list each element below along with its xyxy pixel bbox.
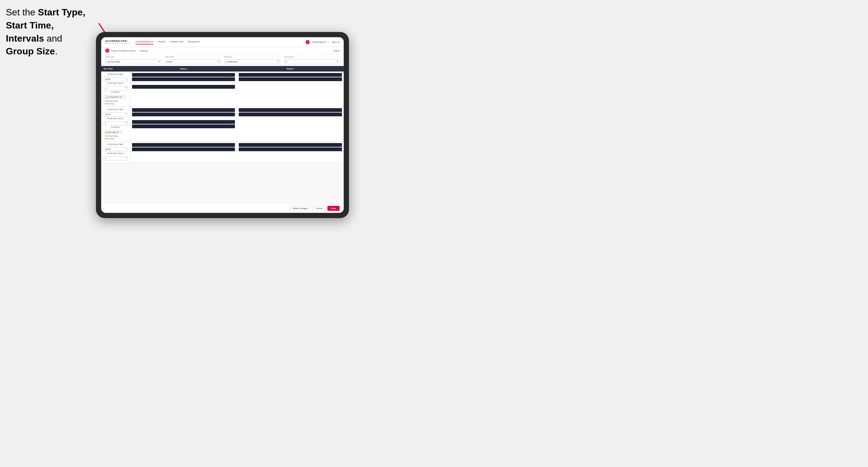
start-time-input-wrap: 🕐 (165, 58, 221, 64)
team1-course-slot-1: ✕ ○ (130, 84, 237, 95)
intervals-field: Intervals 10 Minutes (224, 56, 280, 64)
player-slot: ✕ ○ (239, 148, 342, 151)
team2-slots-3: ✕ ○ ✕ ○ (237, 142, 344, 153)
team2-course-slot-2 (237, 119, 344, 130)
start-type-label: Start Type (105, 56, 161, 58)
team1-slots-3: ✕ ○ ✕ ○ (130, 142, 237, 153)
slot-close-icon[interactable]: ✕ ○ (231, 144, 234, 146)
course-tag-1: ⛳ (A) Peachtree GC ✕ (103, 95, 126, 99)
starting-hole-select-2[interactable]: 1 (103, 121, 128, 126)
intervals-select[interactable]: 10 Minutes (224, 59, 280, 64)
slot-close-icon[interactable]: ✕ ○ (231, 121, 234, 123)
starting-hole-select-3[interactable]: 1 (103, 156, 128, 160)
breadcrumb-bar: C Clippd Invitational (Mar) › Hosting Ba… (101, 47, 344, 54)
slot-close-icon[interactable]: ✕ ○ (231, 114, 234, 116)
player-slot: ✕ ○ (239, 113, 342, 116)
col-team2: Team 2 (237, 66, 344, 71)
starting-time-input-1[interactable] (103, 77, 128, 82)
player-slot: ✕ ○ (132, 85, 235, 89)
nav-links: TOURNAMENTS TEAMS COMMITTEE RANKINGS (135, 39, 306, 44)
reset-changes-button[interactable]: Reset Changes (289, 206, 311, 211)
slot-close-icon[interactable]: ✕ ○ (231, 74, 234, 76)
starting-time-input-3[interactable] (103, 147, 128, 152)
slot-close-icon[interactable]: ✕ ○ (338, 78, 341, 80)
back-button[interactable]: Back (332, 50, 340, 52)
cancel-button[interactable]: Cancel (313, 206, 326, 211)
player-slot: ✕ ○ (132, 148, 235, 151)
slot-close-icon[interactable]: ✕ ○ (231, 125, 234, 127)
starting-time-input-wrap-1: ⏱ (103, 76, 128, 82)
breadcrumb: Clippd Invitational (Mar) › Hosting (111, 50, 148, 52)
clock-icon-1: ⏱ (125, 77, 127, 80)
breadcrumb-tournament[interactable]: Clippd Invitational (Mar) (111, 50, 135, 52)
clock-icon: 🕐 (217, 60, 220, 63)
nav-committee[interactable]: COMMITTEE (169, 39, 184, 44)
slot-close-icon[interactable]: ✕ ○ (231, 148, 234, 150)
action-links-2: ○ Remove Group (103, 135, 128, 137)
team1-slots-2: ✕ ○ ✕ ○ (130, 107, 237, 118)
team2-course-slot-1 (237, 84, 344, 95)
slot-close-icon[interactable]: ✕ ○ (338, 74, 341, 76)
player-slot: ✕ ○ (132, 113, 235, 116)
group-size-select-wrapper: 3 (284, 58, 340, 64)
start-time-input[interactable] (165, 59, 221, 64)
player-slot: ✕ ○ (239, 108, 342, 112)
course-remove-1[interactable]: ✕ (123, 96, 125, 98)
add-link-2: + Add Group (103, 137, 128, 139)
group-2-right: ✕ ○ ✕ ○ ✕ ○ ✕ ○ (130, 107, 344, 118)
slot-close-icon[interactable]: ✕ ○ (338, 144, 341, 146)
user-avatar: B (306, 40, 310, 44)
navbar: SCOREBOARD Powered by clipp.io TOURNAMEN… (101, 37, 344, 47)
group-3-right: ✕ ○ ✕ ○ ✕ ○ ✕ ○ (130, 142, 344, 153)
save-button[interactable]: Save (328, 206, 340, 211)
slot-close-icon[interactable]: ✕ ○ (231, 109, 234, 111)
player-slot: ✕ ○ (132, 73, 235, 77)
instruction-text: Set the Start Type, Start Time, Interval… (6, 6, 96, 58)
start-time-label: Start Time (165, 56, 221, 58)
action-links-1: ○ Remove Group (103, 100, 128, 102)
start-type-select[interactable]: 1st Tee Start (105, 59, 161, 64)
remove-group-2[interactable]: ○ Remove Group (103, 135, 118, 137)
group-size-field: Group Size 3 (284, 56, 340, 64)
add-group-2[interactable]: + Add Group (103, 137, 114, 139)
clock-icon-3: ⏱ (125, 148, 127, 150)
team2-slots-2: ✕ ○ ✕ ○ (237, 107, 344, 118)
slot-close-icon[interactable]: ✕ ○ (338, 114, 341, 116)
group-size-label: Group Size (284, 56, 340, 58)
player-slot: ✕ ○ (132, 143, 235, 147)
col-tee-time: Tee Time (101, 66, 130, 71)
starting-hole-select-1[interactable]: 1 (103, 86, 128, 90)
starting-time-label-1: STARTING TIME: (103, 73, 128, 75)
slot-close-icon[interactable]: ✕ ○ (231, 78, 234, 80)
group-2-left: STARTING TIME: ⏱ STARTING HOLE: 1 ▾ COUR… (101, 107, 130, 142)
sign-out-link[interactable]: Sign out (332, 41, 340, 43)
starting-hole-label-2: STARTING HOLE: (103, 118, 128, 120)
player-slot: ✕ ○ (239, 143, 342, 147)
starting-time-label-2: STARTING TIME: (103, 108, 128, 111)
table-body: STARTING TIME: ⏱ STARTING HOLE: 1 ▾ COUR… (101, 71, 344, 204)
slot-close-icon[interactable]: ✕ ○ (338, 109, 341, 111)
course-tag-text-2: East Lake GC (107, 131, 119, 133)
add-group-1[interactable]: + Add Group (103, 103, 114, 105)
nav-tournaments[interactable]: TOURNAMENTS (135, 39, 154, 44)
course-tag-2: ⛳ East Lake GC ✕ (103, 130, 122, 134)
group-size-select[interactable]: 3 (284, 59, 340, 64)
remove-group-1[interactable]: ○ Remove Group (103, 100, 118, 102)
team2-slots-1: ✕ ○ ✕ ○ (237, 71, 344, 83)
course-label-1: COURSE: (103, 91, 128, 93)
nav-teams[interactable]: TEAMS (157, 39, 165, 44)
clippd-logo-c: C (105, 49, 109, 53)
table-footer: Reset Changes Cancel Save (101, 204, 344, 213)
starting-time-label-3: STARTING TIME: (103, 143, 128, 146)
table-row: STARTING TIME: ⏱ STARTING HOLE: 1 ▾ COUR… (101, 107, 344, 142)
start-type-select-wrapper: 1st Tee Start (105, 58, 161, 64)
col-team1: Team 1 (130, 66, 237, 71)
player-slot: ✕ ○ (239, 73, 342, 77)
tablet-device: SCOREBOARD Powered by clipp.io TOURNAMEN… (96, 32, 349, 218)
starting-time-input-2[interactable] (103, 112, 128, 117)
nav-rankings[interactable]: RANKINGS (188, 39, 200, 44)
course-remove-2[interactable]: ✕ (120, 131, 121, 133)
slot-close-icon[interactable]: ✕ ○ (231, 86, 234, 88)
team1-slots-1: ✕ ○ ✕ ○ (130, 71, 237, 83)
slot-close-icon[interactable]: ✕ ○ (338, 148, 341, 150)
